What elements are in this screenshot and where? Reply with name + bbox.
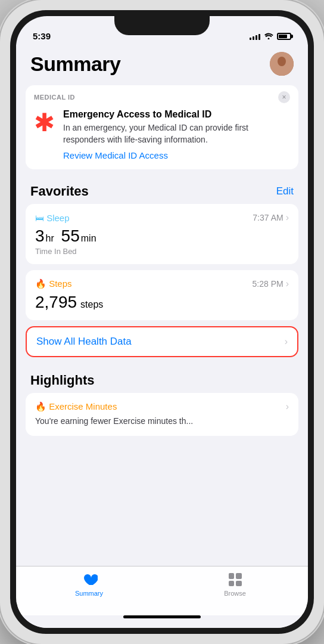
sleep-item[interactable]: 🛏 Sleep 7:37 AM › 3 hr 55 min — [26, 204, 298, 264]
phone-inner: 5:39 — [10, 10, 314, 634]
summary-tab-label: Summary — [75, 590, 103, 597]
medical-asterisk-icon: ✱ — [34, 110, 55, 135]
tab-browse[interactable]: Browse — [162, 571, 308, 597]
sleep-value: 3 hr 55 min — [35, 227, 289, 246]
steps-title: 🔥 Steps — [35, 278, 72, 289]
exercise-title: 🔥 Exercise Minutes — [35, 401, 117, 412]
tab-bar: Summary Browse — [16, 566, 308, 615]
steps-chevron: › — [286, 278, 289, 289]
medical-id-body: ✱ Emergency Access to Medical ID In an e… — [26, 107, 298, 169]
emergency-desc: In an emergency, your Medical ID can pro… — [63, 122, 290, 145]
steps-value: 2,795 steps — [35, 293, 289, 312]
content-area[interactable]: Summary MEDICAL ID — [16, 45, 308, 566]
page-header: Summary — [16, 45, 308, 80]
signal-icon — [250, 33, 260, 40]
show-all-label: Show All Health Data — [36, 336, 132, 348]
exercise-chevron: › — [286, 401, 289, 412]
edit-button[interactable]: Edit — [276, 185, 294, 197]
medical-id-label: MEDICAL ID — [34, 94, 75, 101]
steps-icon: 🔥 — [35, 278, 49, 289]
emergency-title: Emergency Access to Medical ID — [63, 109, 290, 120]
svg-point-1 — [278, 57, 286, 66]
sleep-title: 🛏 Sleep — [35, 213, 70, 223]
status-time: 5:39 — [33, 31, 51, 41]
highlights-header: Highlights — [16, 363, 308, 393]
favorites-title: Favorites — [30, 184, 89, 199]
close-icon: × — [282, 93, 286, 101]
steps-item-header: 🔥 Steps 5:28 PM › — [35, 278, 289, 289]
show-all-chevron: › — [285, 336, 288, 347]
browse-tab-icon — [227, 571, 244, 588]
sleep-chevron: › — [286, 212, 289, 223]
tab-summary[interactable]: Summary — [16, 571, 162, 597]
screen: 5:39 — [16, 16, 308, 628]
review-medical-id-link[interactable]: Review Medical ID Access — [63, 150, 168, 160]
exercise-item-header: 🔥 Exercise Minutes › — [35, 401, 289, 412]
avatar[interactable] — [270, 52, 294, 76]
exercise-desc: You're earning fewer Exercise minutes th… — [35, 416, 289, 428]
exercise-item[interactable]: 🔥 Exercise Minutes › You're earning fewe… — [26, 393, 298, 436]
medical-id-text: Emergency Access to Medical ID In an eme… — [63, 109, 290, 161]
sleep-time: 7:37 AM › — [253, 212, 289, 223]
page-title: Summary — [30, 52, 120, 76]
show-all-health-data-button[interactable]: Show All Health Data › — [26, 326, 298, 357]
sleep-icon: 🛏 — [35, 213, 46, 223]
medical-id-card: MEDICAL ID × ✱ Emergency Access to Medic… — [26, 85, 298, 169]
steps-item[interactable]: 🔥 Steps 5:28 PM › 2,795 steps — [26, 270, 298, 320]
favorites-header: Favorites Edit — [16, 174, 308, 204]
summary-tab-icon — [81, 571, 98, 588]
close-button[interactable]: × — [278, 91, 290, 103]
status-icons — [250, 32, 291, 41]
browse-tab-label: Browse — [224, 590, 246, 597]
sleep-item-header: 🛏 Sleep 7:37 AM › — [35, 212, 289, 223]
wifi-icon — [264, 32, 273, 41]
battery-icon — [277, 33, 291, 40]
medical-id-header: MEDICAL ID × — [26, 85, 298, 107]
home-indicator — [123, 615, 201, 618]
notch — [114, 16, 210, 35]
phone-frame: 5:39 — [0, 0, 324, 644]
home-indicator-area — [16, 615, 308, 628]
steps-time: 5:28 PM › — [253, 278, 289, 289]
exercise-icon: 🔥 — [35, 401, 49, 411]
highlights-title: Highlights — [30, 373, 95, 388]
sleep-sublabel: Time In Bed — [35, 247, 289, 256]
bottom-spacer — [16, 442, 308, 454]
